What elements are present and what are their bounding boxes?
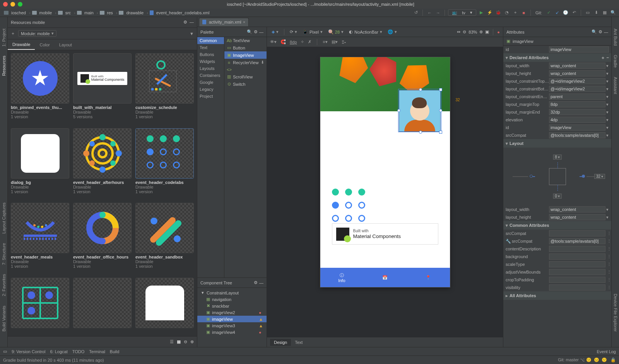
bt-terminal[interactable]: Terminal	[89, 349, 105, 354]
attr-input[interactable]	[549, 253, 605, 260]
tab-text[interactable]: Text	[291, 339, 306, 346]
crumb[interactable]: iosched	[2, 10, 29, 15]
run-icon[interactable]: ▶	[478, 9, 485, 16]
attr-input[interactable]	[549, 109, 605, 115]
zoom-in-icon[interactable]: ⊕	[479, 29, 483, 34]
edge-assistant[interactable]: Assistant	[613, 77, 618, 94]
edge-gradle[interactable]: Gradle	[613, 55, 618, 68]
device-combo[interactable]: 📱 Pixel▾	[301, 29, 324, 35]
more-icon[interactable]: ⋮	[607, 239, 611, 244]
filter-icon[interactable]: ▼	[190, 31, 194, 36]
spacing-button[interactable]: 8dp	[290, 40, 297, 44]
apply-icon[interactable]: ⚡	[486, 9, 493, 16]
edge-captures[interactable]: Layout Captures	[2, 202, 6, 234]
edge-device-explorer[interactable]: Device File Explorer	[613, 294, 618, 332]
crumb[interactable]: event_header_codelabs.xml	[148, 10, 213, 15]
lock-icon[interactable]: 🔒	[610, 357, 616, 362]
avd-icon[interactable]: ▭	[584, 9, 591, 16]
resource-card[interactable]	[73, 278, 132, 333]
more-icon[interactable]: ⋮	[607, 254, 611, 259]
magnet-icon[interactable]: 🧲	[280, 39, 286, 44]
zoom-fit-icon[interactable]: ▣	[485, 29, 489, 34]
download-icon[interactable]: ⬇	[261, 60, 264, 65]
resource-card[interactable]	[135, 278, 194, 333]
crumb[interactable]: mobile	[31, 10, 55, 15]
palette-category[interactable]: Legacy	[197, 86, 224, 93]
editor-tab[interactable]: activity_main.xml ×	[199, 18, 249, 26]
bottom-nav[interactable]: ⓘInfo 📅 📍	[320, 268, 450, 287]
bt-build[interactable]: Build	[110, 349, 119, 354]
attr-input[interactable]	[549, 230, 605, 236]
tab-layout[interactable]: Layout	[55, 39, 77, 50]
resource-card[interactable]: customize_schedule Drawable 1 version	[135, 53, 194, 124]
remove-icon[interactable]: −	[607, 55, 609, 60]
group-declared[interactable]: ▾Declared Attributes＋−	[503, 53, 611, 62]
gear-icon[interactable]: ⚙	[183, 20, 187, 25]
add-icon[interactable]: ＋	[601, 55, 605, 61]
search-icon[interactable]: 🔍	[592, 29, 597, 34]
view-list-icon[interactable]: ☰	[170, 339, 174, 344]
gear-icon[interactable]: ⚙	[254, 29, 258, 34]
bottom-margin[interactable]: 0▾	[553, 194, 562, 199]
osx-max[interactable]	[18, 2, 22, 7]
edge-structure[interactable]: 7: Structure	[2, 243, 6, 265]
tree-item[interactable]: ▣imageView4●	[197, 329, 267, 335]
group-common[interactable]: ▾Common Attributes	[503, 221, 611, 230]
palette-category[interactable]: Common	[197, 37, 224, 44]
tree-item[interactable]: ✖snackbar	[197, 303, 267, 309]
add-icon[interactable]: ＋	[11, 31, 15, 36]
hide-icon[interactable]: —	[604, 30, 608, 34]
more-icon[interactable]: ⋮	[607, 270, 611, 275]
forward-icon[interactable]: →	[434, 9, 441, 16]
edge-resources[interactable]: Resources	[2, 56, 6, 76]
tab-color[interactable]: Color	[35, 39, 54, 50]
tree-item[interactable]: ▣imageView2●	[197, 309, 267, 316]
attr-input[interactable]	[549, 78, 605, 84]
debug-icon[interactable]: 🐞	[495, 9, 502, 16]
resource-card[interactable]: Built withMaterial Components built_with…	[73, 53, 132, 124]
group-layout[interactable]: ▾Layout	[503, 139, 611, 148]
profile-icon[interactable]: ◔	[503, 9, 510, 16]
hide-icon[interactable]: —	[190, 20, 194, 25]
palette-item[interactable]: AbTextView	[224, 37, 267, 44]
vcs-history-icon[interactable]: 🕘	[562, 9, 569, 16]
palette-item[interactable]: <>	[224, 66, 267, 73]
material-card[interactable]: Built with Material Components	[332, 223, 438, 245]
attr-input[interactable]	[549, 70, 605, 77]
resource-card[interactable]: dialog_bg Drawable 1 version	[11, 128, 69, 199]
tab-design[interactable]: Design	[270, 339, 291, 346]
more-icon[interactable]: ⋮	[607, 247, 611, 252]
palette-category[interactable]: Layouts	[197, 65, 224, 72]
toggle-tools-icon[interactable]: ▭	[3, 349, 7, 354]
crumb[interactable]: res	[98, 10, 116, 15]
guides-icon[interactable]: Ɪ▾	[342, 40, 346, 44]
palette-category[interactable]: Text	[197, 44, 224, 51]
resource-card[interactable]: event_header_codelabs Drawable 1 version	[135, 128, 194, 199]
edge-project[interactable]: 1: Project	[2, 29, 6, 46]
attr-input[interactable]	[549, 214, 605, 220]
attach-icon[interactable]: ⌖	[512, 9, 519, 16]
run-config-combo[interactable]: 📺 tv ▾	[448, 9, 476, 16]
tab-drawable[interactable]: Drawable	[8, 39, 35, 50]
search-icon[interactable]: 🔍	[247, 29, 252, 34]
right-margin[interactable]: 32▾	[594, 174, 605, 179]
structure-icon[interactable]: ▦	[601, 9, 608, 16]
wand-icon[interactable]: ✧	[301, 39, 304, 44]
pan-icon[interactable]: ⇔	[457, 29, 460, 34]
osx-min[interactable]	[10, 2, 15, 7]
palette-item[interactable]: ▣ImageView	[224, 51, 267, 59]
theme-combo[interactable]: ◐ NoActionBar▾	[347, 29, 384, 35]
palette-category[interactable]: Project	[197, 93, 224, 100]
resource-card[interactable]: event_header_office_hours Drawable 1 ver…	[73, 203, 132, 274]
palette-item[interactable]: ≡RecyclerView⬇	[224, 59, 267, 66]
resource-card[interactable]: event_header_sandbox Drawable 1 version	[135, 203, 194, 274]
edge-ant[interactable]: Ant Build	[613, 29, 618, 46]
bt-logcat[interactable]: 6: Logcat	[50, 349, 67, 354]
device-preview[interactable]: 32 Built with Material Components	[320, 57, 450, 287]
more-icon[interactable]: ⋮	[607, 231, 611, 236]
attr-input[interactable]	[549, 117, 605, 123]
dots-drawable[interactable]	[332, 189, 368, 224]
more-icon[interactable]: ⋮	[607, 285, 611, 290]
hide-icon[interactable]: —	[259, 30, 263, 34]
clear-icon[interactable]: ✗	[308, 39, 311, 44]
